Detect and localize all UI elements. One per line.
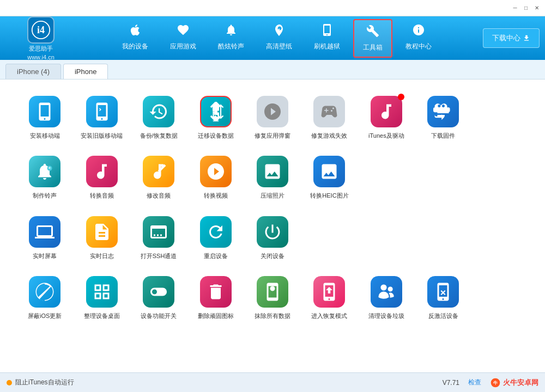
nav-jailbreak[interactable]: 刷机越狱 [305, 19, 349, 58]
nav-tutorials[interactable]: 教程中心 [397, 19, 440, 58]
backup-label: 备份/恢复数据 [140, 132, 178, 139]
audio-convert-icon [86, 156, 118, 187]
tool-repair-game[interactable]: 修复游戏失效 [301, 90, 358, 145]
screen-mirror-icon [29, 216, 60, 248]
jailbreak-icon [320, 23, 334, 40]
nav-toolbox[interactable]: 工具箱 [353, 19, 392, 58]
tool-itunes[interactable]: iTunes及驱动 [358, 90, 415, 145]
tools-row-2: + 制作铃声 转换音频 修改音频 转换视频 压缩照片 [16, 150, 529, 205]
migrate-icon [200, 96, 232, 127]
tools-row-4: 屏蔽iOS更新 整理设备桌面 设备功能开关 删除顽固图标 抹除所有数据 [16, 271, 529, 325]
tool-photo-compress[interactable]: 压缩照片 [244, 150, 301, 205]
tool-remove-icon[interactable]: 删除顽固图标 [187, 271, 244, 325]
backup-icon [143, 96, 174, 127]
logo-text: 爱思助手 [29, 45, 53, 53]
tool-clean-junk[interactable]: 清理设备垃圾 [358, 271, 415, 325]
tool-heic-convert[interactable]: 转换HEIC图片 [301, 150, 358, 205]
tool-audio-edit[interactable]: 修改音频 [130, 150, 187, 205]
screen-mirror-label: 实时屏幕 [33, 252, 57, 260]
status-bar: 阻止iTunes自动运行 V7.71 检查 牛 火牛安卓网 [0, 372, 545, 392]
tool-audio-convert[interactable]: 转换音频 [73, 150, 130, 205]
logo-url: www.i4.cn [27, 54, 55, 60]
close-button[interactable]: ✕ [533, 4, 541, 12]
repair-game-label: 修复游戏失效 [311, 132, 347, 139]
repair-game-icon [313, 96, 345, 127]
tool-organize-desktop[interactable]: 整理设备桌面 [73, 271, 130, 325]
recovery-icon [313, 276, 345, 308]
migrate-label: 迁移设备数据 [198, 132, 234, 139]
ringtone-make-icon: + [29, 156, 60, 187]
firmware-label: 下载固件 [431, 132, 455, 139]
svg-text:+: + [49, 166, 51, 171]
tool-ssh[interactable]: 打开SSH通道 [130, 211, 187, 265]
maximize-button[interactable]: □ [522, 4, 530, 12]
info-icon [412, 23, 425, 40]
tool-block-update[interactable]: 屏蔽iOS更新 [16, 271, 73, 325]
remove-icon-label: 删除顽固图标 [198, 312, 234, 320]
shutdown-icon [257, 216, 288, 248]
organize-desktop-label: 整理设备桌面 [84, 312, 120, 320]
device-toggle-icon [143, 276, 174, 308]
wipe-data-icon [257, 276, 288, 308]
audio-convert-label: 转换音频 [90, 192, 114, 199]
repair-app-icon [257, 96, 288, 127]
video-convert-label: 转换视频 [204, 192, 228, 199]
svg-rect-2 [214, 108, 217, 115]
audio-edit-icon [143, 156, 174, 187]
video-convert-icon [200, 156, 232, 187]
status-text: 阻止iTunes自动运行 [15, 378, 74, 387]
tool-wipe-data[interactable]: 抹除所有数据 [244, 271, 301, 325]
nav-ringtones[interactable]: 酷炫铃声 [209, 19, 253, 58]
tab-iphone-4[interactable]: iPhone (4) [5, 64, 61, 79]
tool-ringtone-make[interactable]: + 制作铃声 [16, 150, 73, 205]
shutdown-label: 关闭设备 [261, 252, 284, 260]
svg-text:i4: i4 [37, 24, 45, 35]
block-update-label: 屏蔽iOS更新 [28, 312, 62, 320]
nav-wallpapers[interactable]: 高清壁纸 [257, 19, 301, 58]
deactivate-label: 反激活设备 [428, 312, 458, 320]
ssh-label: 打开SSH通道 [141, 252, 177, 260]
tool-recovery[interactable]: 进入恢复模式 [301, 271, 358, 325]
nav-my-device-label: 我的设备 [122, 42, 148, 51]
tool-reboot[interactable]: 重启设备 [187, 211, 244, 265]
check-button[interactable]: 检查 [468, 378, 481, 387]
tools-row-1: 安装移动端 安装旧版移动端 备份/恢复数据 迁移设备数据 修复应用弹窗 [16, 90, 529, 145]
tool-install-app[interactable]: 安装移动端 [16, 90, 73, 145]
wipe-data-label: 抹除所有数据 [255, 312, 290, 320]
brand-name: 火牛安卓网 [503, 378, 538, 388]
tool-repair-app[interactable]: 修复应用弹窗 [244, 90, 301, 145]
status-left: 阻止iTunes自动运行 [7, 378, 74, 387]
nav-my-device[interactable]: 我的设备 [113, 19, 157, 58]
nav-toolbox-label: 工具箱 [363, 43, 383, 52]
brand-logo: 牛 火牛安卓网 [490, 377, 538, 388]
bell-icon [225, 23, 238, 40]
tool-backup[interactable]: 备份/恢复数据 [130, 90, 187, 145]
svg-text:牛: 牛 [493, 381, 498, 385]
recovery-label: 进入恢复模式 [311, 312, 347, 320]
tool-device-toggle[interactable]: 设备功能开关 [130, 271, 187, 325]
tool-shutdown[interactable]: 关闭设备 [244, 211, 301, 265]
reboot-icon [200, 216, 232, 248]
photo-compress-label: 压缩照片 [261, 192, 284, 199]
version-text: V7.71 [443, 379, 459, 387]
tool-firmware[interactable]: 下载固件 [415, 90, 471, 145]
header: i4 爱思助手 www.i4.cn 我的设备 应用游戏 酷炫铃声 [0, 16, 545, 60]
download-center-button[interactable]: 下载中心 [483, 28, 540, 48]
tool-install-old[interactable]: 安装旧版移动端 [73, 90, 130, 145]
tool-deactivate[interactable]: 反激活设备 [415, 271, 471, 325]
tool-realtime-log[interactable]: 实时日志 [73, 211, 130, 265]
tab-iphone[interactable]: iPhone [63, 64, 108, 79]
nav-apps-games[interactable]: 应用游戏 [161, 19, 205, 58]
status-dot [7, 380, 12, 385]
reboot-label: 重启设备 [204, 252, 228, 260]
block-update-icon [29, 276, 60, 308]
tool-screen-mirror[interactable]: 实时屏幕 [16, 211, 73, 265]
realtime-log-label: 实时日志 [90, 252, 114, 260]
itunes-icon [371, 96, 402, 127]
tool-video-convert[interactable]: 转换视频 [187, 150, 244, 205]
install-app-label: 安装移动端 [30, 132, 60, 139]
minimize-button[interactable]: ─ [511, 4, 519, 12]
ssh-icon [143, 216, 174, 248]
tool-migrate[interactable]: 迁移设备数据 [187, 90, 244, 145]
itunes-label: iTunes及驱动 [368, 132, 404, 139]
